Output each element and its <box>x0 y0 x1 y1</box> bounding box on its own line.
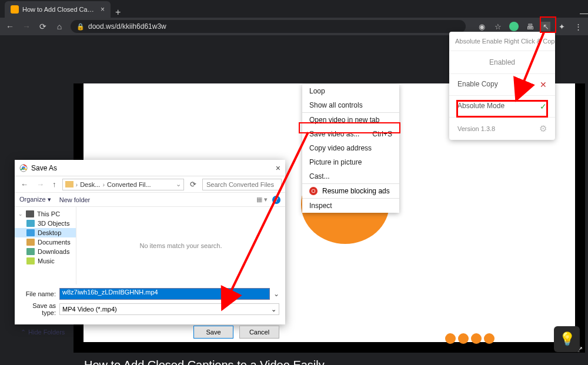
ext-status: Enabled <box>449 51 555 74</box>
ext-header: Absolute Enable Right Click & Cop <box>449 32 555 51</box>
tree-documents[interactable]: Documents <box>15 237 76 247</box>
ext-absolute-mode[interactable]: Absolute Mode ✓ <box>449 96 555 118</box>
home-icon[interactable]: ⌂ <box>54 22 65 31</box>
filename-dropdown-icon[interactable]: ⌄ <box>273 290 279 298</box>
lightbulb-button[interactable]: 💡 <box>554 326 580 352</box>
gear-icon[interactable]: ⚙ <box>539 123 547 134</box>
file-pane: No items match your search. <box>76 207 285 284</box>
dialog-toolbar: Organize ▾ New folder ▦ ▾ ? <box>15 193 285 207</box>
save-button[interactable]: Save <box>193 326 233 339</box>
ctx-cast[interactable]: Cast... <box>302 169 399 183</box>
organize-button[interactable]: Organize ▾ <box>19 196 51 203</box>
breadcrumb[interactable]: › Desk... › Converted Fil... ⌄ <box>62 179 185 190</box>
favicon <box>11 5 19 14</box>
url-text: dood.ws/d/kkiih6d61w3w <box>88 22 166 31</box>
filename-label: File name: <box>21 290 56 297</box>
filetype-label: Save as type: <box>21 302 56 316</box>
dialog-nav: ← → ↑ › Desk... › Converted Fil... ⌄ ⟳ <box>15 176 285 193</box>
folder-tree: ⌄This PC 3D Objects Desktop Documents Do… <box>15 207 76 284</box>
back-icon[interactable]: ← <box>5 22 15 31</box>
empty-text: No items match your search. <box>140 242 222 249</box>
url-box[interactable]: 🔒 dood.ws/d/kkiih6d61w3w <box>71 20 466 33</box>
ctx-copy-address[interactable]: Copy video address <box>302 141 399 155</box>
minimize-icon[interactable]: — <box>580 8 588 18</box>
chevron-up-icon: ⌃ <box>21 329 26 336</box>
filename-input[interactable]: w8z7iwh16b_zLDmIBGHNH.mp4 <box>59 288 270 300</box>
nav-fwd-icon[interactable]: → <box>34 180 46 189</box>
filetype-select[interactable]: MP4 Video (*.mp4)⌄ <box>59 303 279 315</box>
dialog-title: Save As <box>31 164 57 172</box>
reload-icon[interactable]: ⟳ <box>38 22 48 31</box>
chrome-logo-icon <box>19 164 28 172</box>
save-as-dialog: Save As × ← → ↑ › Desk... › Converted Fi… <box>15 160 285 324</box>
x-icon: ✕ <box>540 80 547 89</box>
eye-off-icon[interactable]: ◉ <box>476 21 487 32</box>
help-icon[interactable]: ? <box>272 196 280 204</box>
video-title: How to Add Closed Captions to a Video Ea… <box>84 359 574 365</box>
ctx-show-controls[interactable]: Show all controls <box>302 98 399 112</box>
ctx-open-new-tab[interactable]: Open video in new tab <box>302 113 399 127</box>
refresh-icon[interactable]: ⟳ <box>188 180 199 189</box>
ext-version: Version 1.3.8 <box>457 125 495 132</box>
browser-tab[interactable]: How to Add Closed Captions to × <box>5 1 111 18</box>
dialog-titlebar: Save As × <box>15 160 285 176</box>
annotation-box-cursor-ext <box>540 16 556 33</box>
ctx-loop[interactable]: Loop <box>302 84 399 98</box>
new-folder-button[interactable]: New folder <box>59 196 91 203</box>
dialog-close-icon[interactable]: × <box>276 163 280 173</box>
bc-folder[interactable]: Converted Fil... <box>107 181 151 188</box>
view-icon[interactable]: ▦ ▾ <box>256 196 268 203</box>
video-context-menu: Loop Show all controls Open video in new… <box>302 84 399 213</box>
menu-icon[interactable]: ⋮ <box>573 21 583 32</box>
extension-icons: ◉ ☆ 🖶 ↖ ✦ ⋮ <box>476 21 583 32</box>
lock-icon: 🔒 <box>76 23 85 31</box>
ctx-save-video-as[interactable]: Save video as...Ctrl+S <box>302 127 399 141</box>
bc-desk[interactable]: Desk... <box>80 181 100 188</box>
video-dots <box>445 333 495 344</box>
tab-title: How to Add Closed Captions to <box>22 6 97 13</box>
puzzle-icon[interactable]: ✦ <box>556 21 567 32</box>
cancel-button[interactable]: Cancel <box>239 326 279 339</box>
new-tab-button[interactable]: + <box>115 7 121 18</box>
ctx-pip[interactable]: Picture in picture <box>302 155 399 169</box>
chevron-down-icon[interactable]: ⌄ <box>176 180 181 188</box>
nav-up-icon[interactable]: ↑ <box>50 180 59 189</box>
ext-enable-copy[interactable]: Enable Copy ✕ <box>449 74 555 96</box>
ctx-inspect[interactable]: Inspect <box>302 199 399 213</box>
forward-icon[interactable]: → <box>21 22 32 31</box>
print-icon[interactable]: 🖶 <box>524 21 535 32</box>
search-input[interactable] <box>202 179 282 190</box>
ext-green-icon[interactable] <box>509 22 519 31</box>
tree-3d-objects[interactable]: 3D Objects <box>15 219 76 228</box>
hide-folders-link[interactable]: ⌃Hide Folders <box>21 329 65 336</box>
tree-downloads[interactable]: Downloads <box>15 247 76 256</box>
video-meta: How to Add Closed Captions to a Video Ea… <box>74 354 585 365</box>
folder-icon <box>65 181 74 187</box>
tree-music[interactable]: Music <box>15 256 76 266</box>
tree-this-pc[interactable]: ⌄This PC <box>15 209 76 219</box>
adblock-icon: O <box>309 187 318 195</box>
nav-back-icon[interactable]: ← <box>18 180 31 189</box>
tab-bar: How to Add Closed Captions to × + — <box>0 0 588 18</box>
ctx-resume-blocking[interactable]: OResume blocking ads <box>302 184 399 198</box>
close-tab-icon[interactable]: × <box>101 5 105 14</box>
star-icon[interactable]: ☆ <box>493 21 503 32</box>
tree-desktop[interactable]: Desktop <box>15 228 76 237</box>
check-icon: ✓ <box>540 102 547 111</box>
ext-footer: Version 1.3.8 ⚙ <box>449 118 555 140</box>
extension-popup: Absolute Enable Right Click & Cop Enable… <box>449 32 555 140</box>
